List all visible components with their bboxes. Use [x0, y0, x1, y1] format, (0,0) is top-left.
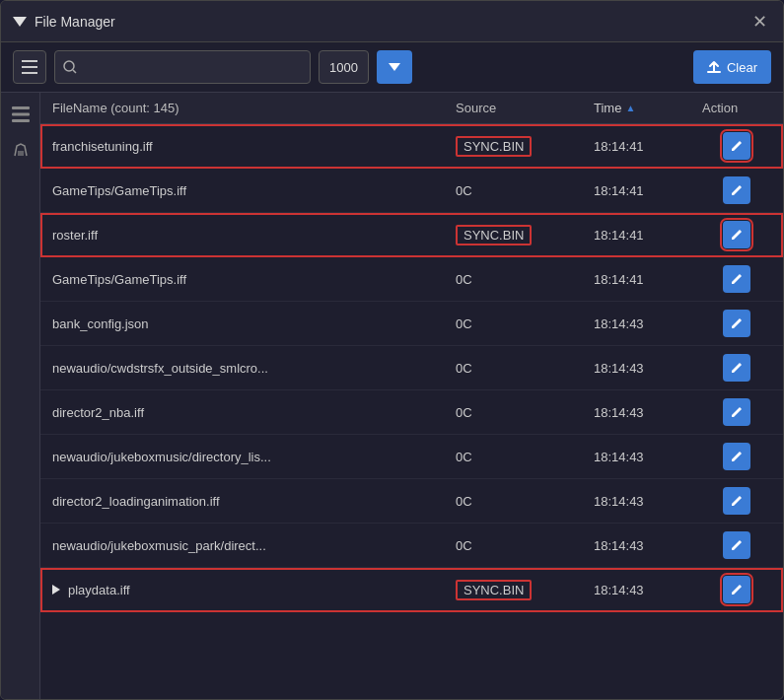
col-time: 18:14:43 — [594, 405, 702, 420]
edit-icon — [730, 538, 744, 552]
search-input[interactable] — [83, 60, 302, 75]
edit-icon — [730, 361, 744, 375]
col-filename: GameTips/GameTips.iff — [52, 272, 456, 287]
col-action — [702, 531, 771, 559]
svg-rect-0 — [22, 60, 37, 62]
action-edit-button[interactable] — [723, 354, 750, 382]
svg-marker-5 — [389, 63, 400, 71]
action-edit-button[interactable] — [723, 398, 750, 426]
sort-arrow-icon: ▲ — [625, 103, 635, 113]
source-value: SYNC.BIN — [456, 580, 532, 600]
count-badge: 1000 — [319, 50, 369, 84]
svg-rect-2 — [22, 72, 37, 74]
table-row: GameTips/GameTips.iff 0C 18:14:41 — [40, 169, 783, 213]
source-value: 0C — [456, 538, 472, 553]
source-value: 0C — [456, 405, 472, 420]
col-filename: director2_nba.iff — [52, 405, 456, 420]
edit-icon — [730, 494, 744, 508]
svg-rect-9 — [12, 119, 30, 122]
filename-cell: playdata.iff — [52, 583, 456, 597]
edit-icon — [730, 316, 744, 330]
title-triangle-icon — [13, 17, 27, 27]
col-action — [702, 132, 771, 160]
sidebar-toggle-button[interactable] — [13, 50, 46, 84]
action-edit-button[interactable] — [723, 576, 750, 603]
table-row: playdata.iff SYNC.BIN 18:14:43 — [40, 568, 783, 612]
close-button[interactable]: ✕ — [748, 10, 771, 34]
col-source: 0C — [456, 494, 594, 509]
col-action — [702, 221, 771, 248]
clear-button[interactable]: Clear — [693, 50, 771, 84]
col-time: 18:14:43 — [594, 361, 702, 376]
col-filename: GameTips/GameTips.iff — [52, 183, 456, 198]
col-filename: newaudio/jukeboxmusic/directory_lis... — [52, 450, 456, 464]
row-expand-icon — [52, 585, 60, 595]
col-filename: newaudio/jukeboxmusic_park/direct... — [52, 538, 456, 553]
col-source: SYNC.BIN — [456, 225, 594, 245]
sidebar-icon-1[interactable] — [7, 101, 35, 128]
header-source: Source — [456, 101, 594, 115]
table-row: newaudio/cwdstrsfx_outside_smlcro... 0C … — [40, 346, 783, 390]
clear-label: Clear — [727, 60, 757, 75]
cell-filename: GameTips/GameTips.iff — [52, 272, 186, 287]
left-sidebar — [1, 93, 40, 699]
cell-filename: director2_loadinganimation.iff — [52, 494, 220, 509]
col-action — [702, 576, 771, 603]
action-edit-button[interactable] — [723, 310, 750, 337]
svg-rect-7 — [12, 106, 30, 109]
col-source: 0C — [456, 361, 594, 376]
sidebar-icon-2[interactable] — [7, 136, 35, 164]
cell-filename: newaudio/jukeboxmusic/directory_lis... — [52, 450, 271, 464]
source-value: 0C — [456, 183, 472, 198]
table-row: bank_config.json 0C 18:14:43 — [40, 302, 783, 346]
table-container: FileName (count: 145) Source Time ▲ Acti… — [40, 93, 783, 699]
col-filename: roster.iff — [52, 228, 456, 243]
col-filename: bank_config.json — [52, 316, 456, 331]
col-time: 18:14:41 — [594, 228, 702, 243]
header-filename: FileName (count: 145) — [52, 101, 456, 115]
table-row: franchisetuning.iff SYNC.BIN 18:14:41 — [40, 124, 783, 169]
file-manager-window: File Manager ✕ 1000 — [0, 0, 784, 700]
col-source: 0C — [456, 316, 594, 331]
svg-rect-8 — [12, 113, 30, 116]
action-edit-button[interactable] — [723, 265, 750, 293]
col-source: SYNC.BIN — [456, 136, 594, 157]
table-row: newaudio/jukeboxmusic_park/direct... 0C … — [40, 524, 783, 568]
table-row: roster.iff SYNC.BIN 18:14:41 — [40, 213, 783, 257]
cell-filename: newaudio/jukeboxmusic_park/direct... — [52, 538, 266, 553]
action-edit-button[interactable] — [723, 443, 750, 470]
col-source: 0C — [456, 183, 594, 198]
source-value: SYNC.BIN — [456, 136, 532, 157]
filter-button[interactable] — [377, 50, 412, 84]
table-body: franchisetuning.iff SYNC.BIN 18:14:41 Ga… — [40, 124, 783, 699]
cell-filename: roster.iff — [52, 228, 98, 243]
col-source: 0C — [456, 450, 594, 464]
action-edit-button[interactable] — [723, 531, 750, 559]
edit-icon — [730, 228, 744, 242]
col-time: 18:14:41 — [594, 272, 702, 287]
edit-icon — [730, 139, 744, 153]
search-wrapper[interactable] — [54, 50, 311, 84]
svg-point-3 — [64, 61, 74, 71]
source-value: 0C — [456, 316, 472, 331]
col-action — [702, 443, 771, 470]
cell-filename: newaudio/cwdstrsfx_outside_smlcro... — [52, 361, 268, 376]
edit-icon — [730, 272, 744, 286]
action-edit-button[interactable] — [723, 487, 750, 515]
col-source: 0C — [456, 538, 594, 553]
col-action — [702, 398, 771, 426]
action-edit-button[interactable] — [723, 221, 750, 248]
main-content: FileName (count: 145) Source Time ▲ Acti… — [1, 93, 783, 699]
action-edit-button[interactable] — [723, 176, 750, 204]
filter-icon — [389, 61, 400, 73]
col-filename: newaudio/cwdstrsfx_outside_smlcro... — [52, 361, 456, 376]
col-time: 18:14:43 — [594, 538, 702, 553]
edit-icon — [730, 450, 744, 463]
col-time: 18:14:43 — [594, 450, 702, 464]
action-edit-button[interactable] — [723, 132, 750, 160]
col-time: 18:14:41 — [594, 139, 702, 154]
col-filename: franchisetuning.iff — [52, 139, 456, 154]
svg-line-4 — [73, 70, 76, 73]
col-action — [702, 487, 771, 515]
col-action — [702, 354, 771, 382]
